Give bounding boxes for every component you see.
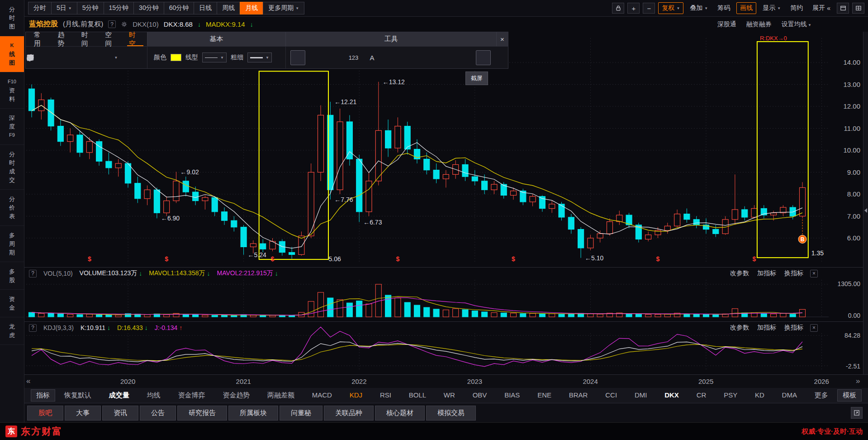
candle-body[interactable]: [530, 196, 536, 202]
candle-body[interactable]: [337, 122, 343, 190]
period-button[interactable]: 5日▼: [51, 2, 77, 14]
indicator-item[interactable]: KDJ: [350, 391, 362, 400]
cursor-tool[interactable]: [290, 50, 305, 65]
bottom-tab[interactable]: 模拟交易: [426, 406, 476, 421]
candle-body[interactable]: [693, 220, 699, 225]
volume-bar[interactable]: [202, 315, 208, 317]
candle-body[interactable]: [568, 217, 574, 230]
candle-body[interactable]: [164, 201, 170, 213]
period-button[interactable]: 15分钟: [104, 2, 134, 14]
volume-bar[interactable]: [270, 316, 275, 317]
candle-body[interactable]: [588, 238, 593, 248]
volume-bar[interactable]: [106, 315, 112, 317]
volume-bar[interactable]: [443, 310, 449, 317]
candle-body[interactable]: [125, 163, 131, 183]
drawing-tab[interactable]: 趋势: [52, 32, 76, 46]
volume-bar[interactable]: [539, 314, 545, 317]
sidebar-item[interactable]: 分价表: [0, 190, 24, 226]
volume-bar[interactable]: [684, 314, 690, 317]
volume-bar[interactable]: [549, 314, 555, 317]
dividend-marker[interactable]: $: [396, 255, 400, 263]
candle-body[interactable]: [202, 197, 208, 201]
volume-bar[interactable]: [356, 301, 362, 317]
candle-body[interactable]: [559, 204, 564, 217]
candle-body[interactable]: [86, 142, 92, 153]
indicator-item[interactable]: CCI: [605, 391, 617, 400]
sidebar-item[interactable]: 多周期: [0, 226, 24, 262]
volume-bar[interactable]: [530, 313, 536, 317]
indicator-item[interactable]: 更多: [815, 391, 828, 400]
volume-bar[interactable]: [77, 315, 83, 317]
indicator-item[interactable]: DMA: [782, 391, 797, 400]
simple-mode-button[interactable]: 简约: [787, 3, 806, 14]
sidebar-item[interactable]: 分时图: [0, 0, 24, 36]
indicator-item[interactable]: 恢复默认: [64, 391, 91, 400]
indicator-item[interactable]: CR: [697, 391, 707, 400]
market-tag[interactable]: 设置均线 ▼: [782, 20, 811, 29]
volume-bar[interactable]: [67, 314, 73, 317]
volume-bar[interactable]: [761, 314, 767, 317]
volume-bar[interactable]: [780, 313, 786, 317]
sidebar-item[interactable]: 深度F9: [0, 109, 24, 145]
bottom-tab[interactable]: 核心题材: [375, 406, 425, 421]
pane-action-button[interactable]: 加指标: [757, 269, 776, 277]
lock-icon[interactable]: [612, 3, 624, 14]
candle-body[interactable]: [664, 226, 670, 230]
volume-bar[interactable]: [279, 316, 285, 317]
candle-body[interactable]: [250, 244, 256, 247]
channel-lines-tool[interactable]: [77, 50, 92, 65]
visibility-eye-icon[interactable]: [457, 50, 472, 65]
indicator-item[interactable]: PSY: [724, 391, 737, 400]
dividend-marker[interactable]: $: [271, 255, 275, 263]
color-swatch[interactable]: [171, 54, 181, 61]
volume-bar[interactable]: [115, 315, 121, 317]
scroll-left-button[interactable]: «: [26, 377, 30, 386]
candle-body[interactable]: [385, 130, 391, 148]
template-button[interactable]: 模板: [837, 389, 862, 402]
candle-body[interactable]: [212, 197, 218, 212]
volume-bar[interactable]: [222, 315, 228, 317]
candle-body[interactable]: [183, 181, 189, 192]
volume-bar[interactable]: [29, 312, 35, 317]
candle-body[interactable]: [77, 135, 83, 153]
bottom-tab[interactable]: 公告: [140, 406, 176, 421]
candle-body[interactable]: [800, 187, 806, 216]
volume-bar[interactable]: [366, 304, 372, 317]
sidebar-item[interactable]: 资金: [0, 290, 24, 317]
indicator-item[interactable]: MACD: [312, 391, 332, 400]
volume-bar[interactable]: [597, 314, 603, 317]
volume-bar[interactable]: [346, 303, 352, 317]
sidebar-item[interactable]: 龙虎: [0, 317, 24, 345]
close-icon[interactable]: ×: [496, 32, 508, 46]
drawn-rectangle[interactable]: [757, 42, 808, 258]
volume-bar[interactable]: [713, 315, 719, 317]
indicator-item[interactable]: 两融差额: [267, 391, 294, 400]
candle-body[interactable]: [549, 204, 555, 209]
adjust-price-button[interactable]: 复权▼: [658, 2, 683, 14]
candle-body[interactable]: [443, 174, 449, 179]
volume-bar[interactable]: [472, 311, 478, 317]
rectangle-tool[interactable]: [93, 50, 108, 65]
right-panel-collapse-handle[interactable]: [863, 32, 868, 374]
stock-name[interactable]: 蓝焰控股: [29, 19, 58, 29]
candle-body[interactable]: [424, 159, 430, 170]
drawing-tab[interactable]: 时间: [76, 32, 100, 46]
volume-bar[interactable]: [327, 298, 333, 317]
linetype-dropdown[interactable]: ▼: [202, 53, 227, 62]
up-arrow-marker-tool[interactable]: [309, 50, 324, 65]
fan-lines-tool[interactable]: [45, 50, 60, 65]
candle-body[interactable]: [299, 236, 304, 254]
indicator-item[interactable]: DMI: [635, 391, 647, 400]
candle-body[interactable]: [472, 177, 478, 181]
polyline-tool[interactable]: [61, 50, 76, 65]
volume-bar[interactable]: [664, 314, 670, 317]
volume-bar[interactable]: [231, 316, 237, 317]
period-button[interactable]: 月线: [240, 2, 263, 14]
candle-body[interactable]: [193, 192, 199, 201]
indicator-item[interactable]: 资金趋势: [223, 391, 250, 400]
volume-bar[interactable]: [453, 309, 459, 317]
candle-body[interactable]: [57, 126, 63, 142]
candle-body[interactable]: [482, 181, 488, 190]
period-button[interactable]: 周线: [217, 2, 240, 14]
close-icon[interactable]: ×: [810, 270, 818, 277]
